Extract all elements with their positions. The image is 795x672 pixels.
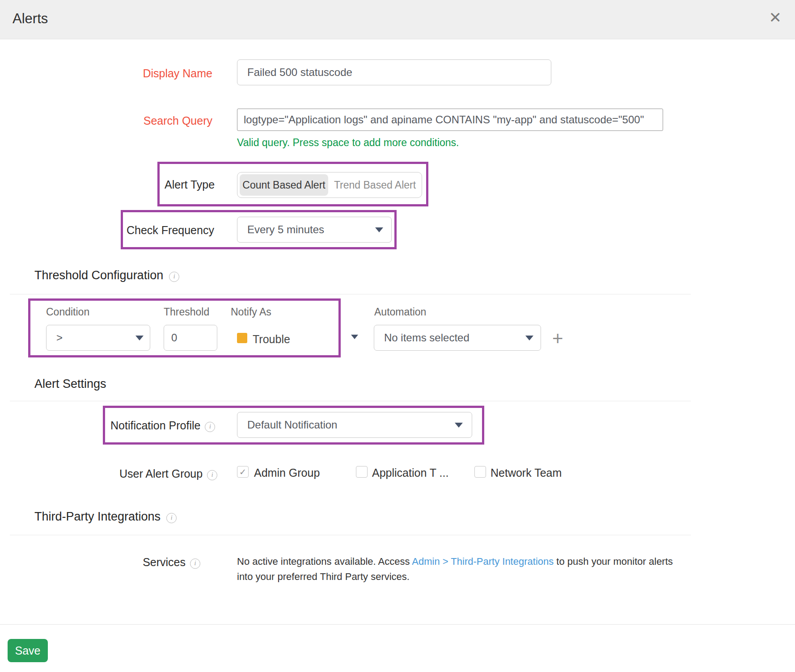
third-party-integrations-title: Third-Party Integrationsi <box>34 510 177 524</box>
query-validation-message: Valid query. Press space to add more con… <box>237 137 459 149</box>
chevron-down-icon <box>455 423 463 428</box>
section-divider <box>10 401 691 401</box>
threshold-column-label: Threshold <box>164 306 209 318</box>
user-alert-group-checkbox-application[interactable] <box>356 466 368 478</box>
notification-profile-value: Default Notification <box>247 419 337 431</box>
check-frequency-label: Check Frequency <box>127 224 214 237</box>
notify-as-color-swatch <box>237 333 247 343</box>
admin-integrations-link[interactable]: Admin > Third-Party Integrations <box>412 556 554 567</box>
notify-as-value[interactable]: Trouble <box>253 333 290 346</box>
search-query-input[interactable] <box>237 109 663 131</box>
dialog-header <box>0 0 795 39</box>
check-frequency-dropdown[interactable]: Every 5 minutes <box>237 217 392 243</box>
alert-type-toggle: Count Based Alert Trend Based Alert <box>237 172 422 198</box>
condition-dropdown[interactable]: > <box>46 325 150 351</box>
info-icon[interactable]: i <box>207 470 217 480</box>
footer-divider <box>0 624 795 625</box>
display-name-label: Display Name <box>0 67 212 80</box>
check-icon: ✓ <box>239 467 246 477</box>
alert-settings-title: Alert Settings <box>34 377 106 391</box>
user-alert-group-label-text: User Alert Group <box>119 467 203 480</box>
add-threshold-button[interactable]: + <box>552 329 563 348</box>
alert-type-option-count-based[interactable]: Count Based Alert <box>240 174 328 196</box>
user-alert-group-label: User Alert Groupi <box>119 467 217 481</box>
services-text-after-link: to push your monitor alerts <box>554 556 673 567</box>
threshold-config-title: Threshold Configurationi <box>34 269 179 283</box>
notification-profile-label-text: Notification Profile <box>110 419 200 432</box>
chevron-down-icon <box>525 336 533 340</box>
user-alert-group-option-network[interactable]: Network Team <box>491 466 562 479</box>
info-icon[interactable]: i <box>166 513 177 523</box>
alert-type-option-trend-based[interactable]: Trend Based Alert <box>328 174 422 196</box>
save-button[interactable]: Save <box>8 639 48 662</box>
notification-profile-label: Notification Profilei <box>110 419 215 433</box>
services-text-before-link: No active integrations available. Access <box>237 556 412 567</box>
user-alert-group-checkbox-admin[interactable]: ✓ <box>237 466 249 478</box>
user-alert-group-option-admin[interactable]: Admin Group <box>254 466 320 479</box>
info-icon[interactable]: i <box>169 272 179 282</box>
section-divider <box>10 294 691 294</box>
alerts-dialog: Alerts ✕ Display Name Search Query Valid… <box>0 0 795 672</box>
notify-as-column-label: Notify As <box>231 306 271 318</box>
automation-value: No items selected <box>384 332 469 344</box>
section-divider <box>10 535 691 535</box>
notify-as-chevron-down-icon[interactable] <box>351 335 358 339</box>
alert-type-label: Alert Type <box>165 178 215 191</box>
info-icon[interactable]: i <box>190 559 200 569</box>
chevron-down-icon <box>375 227 383 232</box>
search-query-label: Search Query <box>0 114 212 127</box>
automation-dropdown[interactable]: No items selected <box>374 325 541 351</box>
services-label: Servicesi <box>0 556 200 570</box>
dialog-title: Alerts <box>13 11 48 27</box>
services-text: No active integrations available. Access… <box>237 554 738 584</box>
condition-value: > <box>56 332 63 344</box>
check-frequency-value: Every 5 minutes <box>247 223 324 236</box>
services-text-line2: into your preferred Third Party services… <box>237 569 738 584</box>
display-name-input[interactable] <box>237 59 551 85</box>
condition-column-label: Condition <box>46 306 89 318</box>
close-icon[interactable]: ✕ <box>769 10 782 25</box>
threshold-config-title-text: Threshold Configuration <box>34 269 163 282</box>
services-label-text: Services <box>143 556 186 568</box>
threshold-input[interactable] <box>164 325 217 351</box>
info-icon[interactable]: i <box>205 422 215 432</box>
user-alert-group-option-application[interactable]: Application T ... <box>372 466 448 479</box>
notification-profile-dropdown[interactable]: Default Notification <box>237 412 472 438</box>
user-alert-group-checkbox-network[interactable] <box>474 466 486 478</box>
chevron-down-icon <box>135 336 144 340</box>
third-party-integrations-title-text: Third-Party Integrations <box>34 510 161 523</box>
automation-column-label: Automation <box>374 306 426 318</box>
